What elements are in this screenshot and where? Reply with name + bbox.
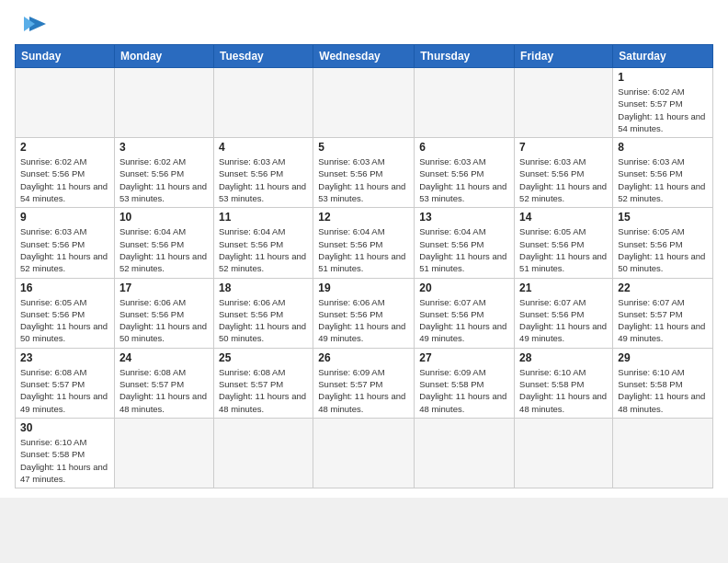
calendar-day: 20Sunrise: 6:07 AMSunset: 5:56 PMDayligh… [415,278,515,348]
day-info: Sunrise: 6:08 AMSunset: 5:57 PMDaylight:… [119,366,209,415]
day-info: Sunrise: 6:07 AMSunset: 5:56 PMDaylight:… [519,296,608,345]
calendar-day: 8Sunrise: 6:03 AMSunset: 5:56 PMDaylight… [613,138,713,208]
calendar-day: 9Sunrise: 6:03 AMSunset: 5:56 PMDaylight… [16,208,115,278]
day-number: 28 [519,351,608,364]
day-info: Sunrise: 6:07 AMSunset: 5:56 PMDaylight:… [419,296,509,345]
calendar-day: 26Sunrise: 6:09 AMSunset: 5:57 PMDayligh… [313,348,415,418]
calendar-day [415,418,515,488]
calendar-week-4: 16Sunrise: 6:05 AMSunset: 5:56 PMDayligh… [16,278,713,348]
day-number: 1 [618,71,708,84]
day-number: 4 [219,141,308,154]
calendar-day [213,68,313,138]
day-info: Sunrise: 6:06 AMSunset: 5:56 PMDaylight:… [318,296,409,345]
day-info: Sunrise: 6:06 AMSunset: 5:56 PMDaylight:… [219,296,308,345]
calendar-week-6: 30Sunrise: 6:10 AMSunset: 5:58 PMDayligh… [16,418,713,488]
calendar-day: 22Sunrise: 6:07 AMSunset: 5:57 PMDayligh… [613,278,713,348]
calendar-day: 18Sunrise: 6:06 AMSunset: 5:56 PMDayligh… [213,278,313,348]
day-number: 6 [419,141,509,154]
day-number: 25 [219,351,308,364]
day-info: Sunrise: 6:05 AMSunset: 5:56 PMDaylight:… [618,225,708,274]
day-number: 2 [20,141,109,154]
calendar-day: 6Sunrise: 6:03 AMSunset: 5:56 PMDaylight… [415,138,515,208]
day-number: 11 [219,211,308,224]
calendar-header-row: SundayMondayTuesdayWednesdayThursdayFrid… [16,45,713,68]
day-number: 16 [20,282,109,294]
header [15,15,713,35]
calendar-day [213,418,313,488]
day-info: Sunrise: 6:03 AMSunset: 5:56 PMDaylight:… [318,155,409,204]
calendar-week-1: 1Sunrise: 6:02 AMSunset: 5:57 PMDaylight… [16,68,713,138]
day-number: 3 [119,141,209,154]
logo-icon [22,15,48,35]
calendar-day: 7Sunrise: 6:03 AMSunset: 5:56 PMDaylight… [515,138,613,208]
calendar-week-5: 23Sunrise: 6:08 AMSunset: 5:57 PMDayligh… [16,348,713,418]
day-info: Sunrise: 6:02 AMSunset: 5:56 PMDaylight:… [20,155,109,204]
calendar-week-3: 9Sunrise: 6:03 AMSunset: 5:56 PMDaylight… [16,208,713,278]
calendar-day: 23Sunrise: 6:08 AMSunset: 5:57 PMDayligh… [16,348,115,418]
day-info: Sunrise: 6:10 AMSunset: 5:58 PMDaylight:… [618,366,708,415]
calendar-day: 28Sunrise: 6:10 AMSunset: 5:58 PMDayligh… [515,348,613,418]
calendar-day: 17Sunrise: 6:06 AMSunset: 5:56 PMDayligh… [114,278,213,348]
calendar-day [415,68,515,138]
day-info: Sunrise: 6:04 AMSunset: 5:56 PMDaylight:… [419,225,509,274]
day-number: 9 [20,211,109,224]
day-info: Sunrise: 6:03 AMSunset: 5:56 PMDaylight:… [219,155,308,204]
calendar-day: 4Sunrise: 6:03 AMSunset: 5:56 PMDaylight… [213,138,313,208]
calendar: SundayMondayTuesdayWednesdayThursdayFrid… [15,44,713,488]
day-info: Sunrise: 6:05 AMSunset: 5:56 PMDaylight:… [20,296,109,345]
calendar-day: 11Sunrise: 6:04 AMSunset: 5:56 PMDayligh… [213,208,313,278]
day-info: Sunrise: 6:08 AMSunset: 5:57 PMDaylight:… [219,366,308,415]
calendar-day: 24Sunrise: 6:08 AMSunset: 5:57 PMDayligh… [114,348,213,418]
calendar-day: 2Sunrise: 6:02 AMSunset: 5:56 PMDaylight… [16,138,115,208]
calendar-day [114,68,213,138]
day-number: 19 [318,282,409,294]
calendar-day: 5Sunrise: 6:03 AMSunset: 5:56 PMDaylight… [313,138,415,208]
day-info: Sunrise: 6:02 AMSunset: 5:56 PMDaylight:… [119,155,209,204]
day-info: Sunrise: 6:10 AMSunset: 5:58 PMDaylight:… [519,366,608,415]
day-number: 15 [618,211,708,224]
calendar-day: 15Sunrise: 6:05 AMSunset: 5:56 PMDayligh… [613,208,713,278]
day-number: 29 [618,351,708,364]
day-number: 27 [419,351,509,364]
calendar-day: 25Sunrise: 6:08 AMSunset: 5:57 PMDayligh… [213,348,313,418]
day-info: Sunrise: 6:06 AMSunset: 5:56 PMDaylight:… [119,296,209,345]
weekday-header-monday: Monday [114,45,213,68]
day-info: Sunrise: 6:03 AMSunset: 5:56 PMDaylight:… [519,155,608,204]
weekday-header-sunday: Sunday [16,45,115,68]
calendar-day [613,418,713,488]
calendar-day: 12Sunrise: 6:04 AMSunset: 5:56 PMDayligh… [313,208,415,278]
calendar-day: 16Sunrise: 6:05 AMSunset: 5:56 PMDayligh… [16,278,115,348]
day-info: Sunrise: 6:03 AMSunset: 5:56 PMDaylight:… [618,155,708,204]
day-number: 26 [318,351,409,364]
day-info: Sunrise: 6:05 AMSunset: 5:56 PMDaylight:… [519,225,608,274]
calendar-day: 13Sunrise: 6:04 AMSunset: 5:56 PMDayligh… [415,208,515,278]
day-number: 12 [318,211,409,224]
day-info: Sunrise: 6:04 AMSunset: 5:56 PMDaylight:… [219,225,308,274]
weekday-header-saturday: Saturday [613,45,713,68]
calendar-day: 10Sunrise: 6:04 AMSunset: 5:56 PMDayligh… [114,208,213,278]
calendar-day [515,68,613,138]
calendar-week-2: 2Sunrise: 6:02 AMSunset: 5:56 PMDaylight… [16,138,713,208]
day-info: Sunrise: 6:08 AMSunset: 5:57 PMDaylight:… [20,366,109,415]
day-number: 24 [119,351,209,364]
calendar-day: 1Sunrise: 6:02 AMSunset: 5:57 PMDaylight… [613,68,713,138]
day-info: Sunrise: 6:03 AMSunset: 5:56 PMDaylight:… [419,155,509,204]
day-number: 30 [20,421,109,434]
calendar-day [515,418,613,488]
calendar-day: 29Sunrise: 6:10 AMSunset: 5:58 PMDayligh… [613,348,713,418]
day-info: Sunrise: 6:07 AMSunset: 5:57 PMDaylight:… [618,296,708,345]
calendar-day [313,418,415,488]
calendar-day: 19Sunrise: 6:06 AMSunset: 5:56 PMDayligh… [313,278,415,348]
day-number: 5 [318,141,409,154]
day-info: Sunrise: 6:02 AMSunset: 5:57 PMDaylight:… [618,86,708,134]
day-number: 22 [618,282,708,294]
weekday-header-thursday: Thursday [415,45,515,68]
day-number: 17 [119,282,209,294]
weekday-header-wednesday: Wednesday [313,45,415,68]
day-number: 23 [20,351,109,364]
day-number: 14 [519,211,608,224]
calendar-day [16,68,115,138]
calendar-day: 21Sunrise: 6:07 AMSunset: 5:56 PMDayligh… [515,278,613,348]
calendar-day: 14Sunrise: 6:05 AMSunset: 5:56 PMDayligh… [515,208,613,278]
day-info: Sunrise: 6:10 AMSunset: 5:58 PMDaylight:… [20,436,109,485]
